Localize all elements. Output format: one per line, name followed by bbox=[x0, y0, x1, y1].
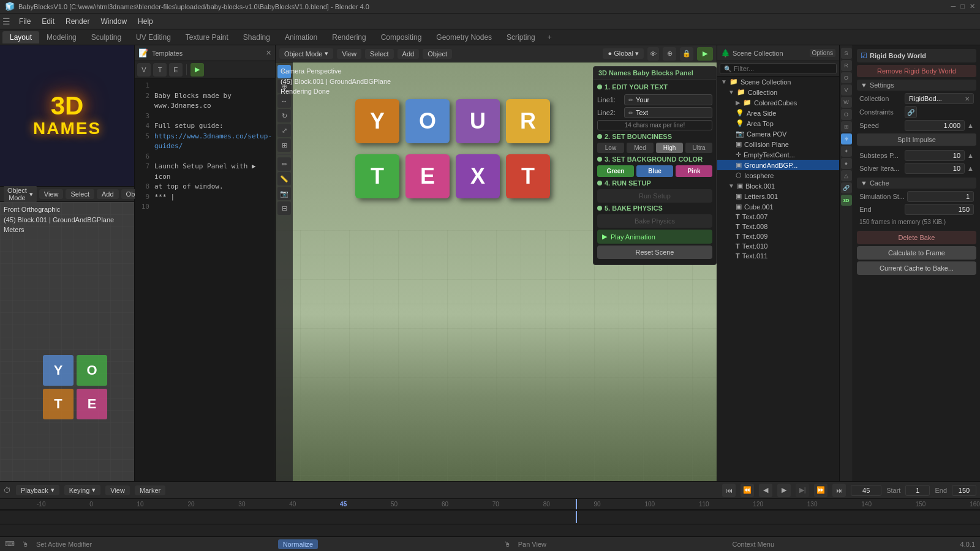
prop-tab-data[interactable]: △ bbox=[841, 170, 852, 181]
menu-window[interactable]: Window bbox=[96, 16, 132, 27]
te-run-btn[interactable]: ▶ bbox=[190, 63, 204, 77]
play-animation-btn[interactable]: ▶ Play Animation bbox=[597, 230, 712, 244]
line1-input[interactable]: ✏ Your bbox=[624, 94, 712, 105]
tool-measure[interactable]: 📏 bbox=[277, 172, 291, 186]
speed-arrow-up[interactable]: ▲ bbox=[967, 122, 974, 129]
item-text008[interactable]: T Text.008 bbox=[717, 222, 839, 231]
viewport-overlay-btn[interactable]: 👁 bbox=[647, 47, 659, 61]
bake-physics-btn[interactable]: Bake Physics bbox=[597, 214, 712, 228]
left-add-dropdown[interactable]: Add bbox=[97, 189, 119, 199]
reset-scene-btn[interactable]: Reset Scene bbox=[597, 246, 712, 259]
close-button[interactable]: ✕ bbox=[970, 2, 975, 10]
solver-prop-value[interactable]: 10 bbox=[905, 163, 965, 174]
item-collision-plane[interactable]: ▣ Collision Plane bbox=[717, 139, 839, 149]
gizmo-btn[interactable]: ⊕ bbox=[663, 47, 676, 61]
playback-dropdown[interactable]: Playback ▾ bbox=[16, 485, 59, 495]
left-view-dropdown[interactable]: View bbox=[39, 189, 64, 199]
menu-file[interactable]: File bbox=[14, 16, 36, 27]
sim-start-prop-value[interactable]: 1 bbox=[907, 191, 974, 202]
add-workspace-button[interactable]: + bbox=[543, 31, 557, 43]
prop-tab-physics[interactable]: ⚛ bbox=[841, 133, 852, 144]
prop-tab-view[interactable]: V bbox=[841, 84, 852, 96]
menu-help[interactable]: Help bbox=[133, 16, 158, 27]
center-object-dropdown[interactable]: Object bbox=[423, 49, 452, 59]
item-text007[interactable]: T Text.007 bbox=[717, 212, 839, 222]
color-pink-btn[interactable]: Pink bbox=[676, 165, 712, 177]
settings-section-header[interactable]: ▼ Settings bbox=[857, 80, 976, 91]
run-setup-btn[interactable]: Run Setup bbox=[597, 189, 712, 203]
prop-tab-constraints[interactable]: 🔗 bbox=[841, 182, 852, 193]
tab-shading[interactable]: Shading bbox=[236, 31, 277, 43]
item-colored-cubes[interactable]: ▶ 📁 ColoredCubes bbox=[717, 97, 839, 108]
item-text009[interactable]: T Text.009 bbox=[717, 231, 839, 241]
center-view-dropdown[interactable]: View bbox=[337, 49, 361, 59]
tab-texture-paint[interactable]: Texture Paint bbox=[178, 31, 236, 43]
split-impulse-btn[interactable]: Split Impulse bbox=[857, 133, 976, 146]
timeline-tracks[interactable] bbox=[0, 510, 980, 525]
left-select-dropdown[interactable]: Select bbox=[66, 189, 94, 199]
viewport-lock-btn[interactable]: 🔒 bbox=[680, 47, 693, 61]
bounce-ultra-btn[interactable]: Ultra bbox=[685, 143, 712, 153]
menu-render[interactable]: Render bbox=[61, 16, 94, 27]
collection-prop-value[interactable]: RigidBod... ✕ bbox=[905, 93, 974, 104]
speed-prop-value[interactable]: 1.000 bbox=[905, 120, 965, 131]
normalize-toggle[interactable]: Normalize bbox=[278, 539, 318, 549]
prop-tab-object[interactable]: O bbox=[841, 109, 852, 120]
next-frame-btn[interactable]: ▶| bbox=[796, 484, 809, 497]
te-edit-btn[interactable]: E bbox=[169, 63, 183, 77]
left-3d-viewport[interactable]: Front Orthographic (45) Block.001 | Grou… bbox=[0, 202, 134, 481]
tab-scripting[interactable]: Scripting bbox=[499, 31, 543, 43]
tab-layout[interactable]: Layout bbox=[2, 31, 39, 43]
prop-tab-world[interactable]: W bbox=[841, 97, 852, 108]
jump-next-keyframe-btn[interactable]: ⏩ bbox=[814, 484, 827, 497]
tool-annotate[interactable]: ✏ bbox=[277, 157, 291, 171]
viewport-shading-dropdown[interactable]: ● Global ▾ bbox=[603, 48, 644, 59]
substeps-arrow-up[interactable]: ▲ bbox=[967, 152, 974, 159]
center-select-dropdown[interactable]: Select bbox=[365, 49, 394, 59]
item-collection[interactable]: ▼ 📁 Collection bbox=[717, 87, 839, 97]
tab-animation[interactable]: Animation bbox=[277, 31, 325, 43]
center-3d-viewport[interactable]: Camera Perspective (45) Block.001 | Grou… bbox=[276, 62, 717, 481]
menu-edit[interactable]: Edit bbox=[37, 16, 59, 27]
item-text011[interactable]: T Text.011 bbox=[717, 251, 839, 261]
bounce-med-btn[interactable]: Med bbox=[627, 143, 654, 153]
play-btn[interactable]: ▶ bbox=[777, 484, 791, 497]
jump-start-btn[interactable]: ⏮ bbox=[722, 484, 736, 497]
color-green-btn[interactable]: Green bbox=[597, 165, 634, 177]
item-area-side[interactable]: 💡 Area Side bbox=[717, 108, 839, 118]
prop-tab-modifier[interactable]: ⊞ bbox=[841, 121, 852, 132]
prop-tab-particles[interactable]: ✦ bbox=[841, 146, 852, 157]
item-empty-text-cent[interactable]: ✛ EmptyTextCent... bbox=[717, 149, 839, 160]
item-camera-pov[interactable]: 📷 Camera POV bbox=[717, 129, 839, 139]
scene-collection-tree[interactable]: ▼ 📁 Scene Collection ▼ 📁 Collection ▶ 📁 … bbox=[717, 77, 839, 481]
calc-frame-btn[interactable]: Calculate to Frame bbox=[857, 246, 976, 260]
bounce-low-btn[interactable]: Low bbox=[597, 143, 624, 153]
keying-dropdown[interactable]: Keying ▾ bbox=[64, 485, 101, 495]
marker-dropdown[interactable]: Marker bbox=[135, 485, 165, 495]
item-area-top[interactable]: 💡 Area Top bbox=[717, 118, 839, 129]
prop-tab-output[interactable]: O bbox=[841, 72, 852, 83]
outliner-search-field[interactable]: 🔍 bbox=[720, 63, 837, 74]
tool-rotate[interactable]: ↻ bbox=[277, 109, 291, 122]
text-editor-content[interactable]: 1 2 Baby Blocks made by www.3dnames.co 3… bbox=[135, 78, 275, 481]
end-prop-value[interactable]: 150 bbox=[905, 204, 974, 215]
color-blue-btn[interactable]: Blue bbox=[636, 165, 673, 177]
prev-frame-btn[interactable]: ◀ bbox=[759, 484, 772, 497]
timeline-content[interactable]: -10 0 10 20 30 40 45 50 60 70 80 90 100 … bbox=[0, 499, 980, 536]
tool-transform[interactable]: ⊞ bbox=[277, 138, 291, 152]
bounce-high-btn[interactable]: High bbox=[656, 143, 683, 153]
jump-prev-keyframe-btn[interactable]: ⏪ bbox=[741, 484, 754, 497]
current-frame-display[interactable]: 45 bbox=[851, 485, 881, 496]
tab-uv-editing[interactable]: UV Editing bbox=[129, 31, 178, 43]
line2-input[interactable]: ✏ Text bbox=[624, 107, 712, 118]
remove-rigid-body-btn[interactable]: Remove Rigid Body World bbox=[857, 65, 976, 77]
cache-section-header[interactable]: ▼ Cache bbox=[857, 178, 976, 189]
item-letters001[interactable]: ▣ Letters.001 bbox=[717, 191, 839, 201]
maximize-button[interactable]: □ bbox=[960, 2, 965, 10]
prop-tab-3dnames[interactable]: 3D bbox=[841, 195, 852, 206]
item-cube001[interactable]: ▣ Cube.001 bbox=[717, 201, 839, 212]
constraints-icon-btn[interactable]: 🔗 bbox=[905, 106, 917, 118]
delete-bake-btn[interactable]: Delete Bake bbox=[857, 231, 976, 244]
left-object-mode-dropdown[interactable]: Object Mode ▾ bbox=[4, 186, 37, 203]
play-animation-top-btn[interactable]: ▶ bbox=[697, 47, 713, 61]
